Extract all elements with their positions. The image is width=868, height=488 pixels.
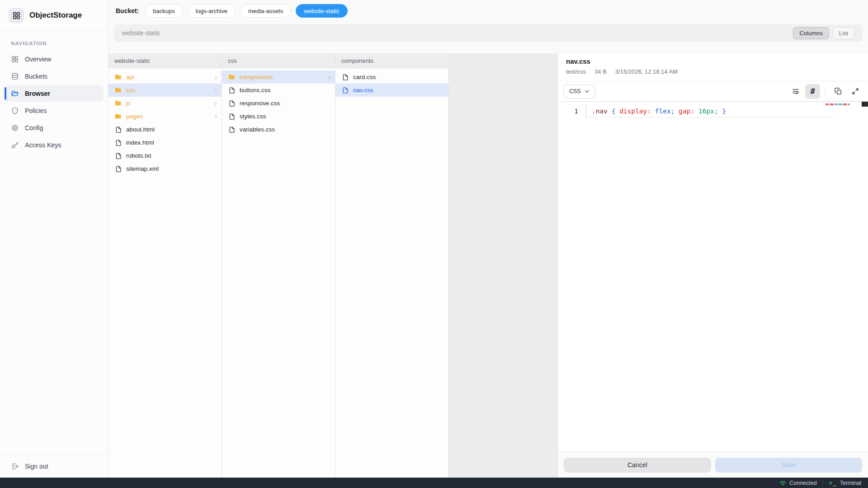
file-row-nav-css[interactable]: nav.css [335,84,448,97]
code-token: flex; [655,108,679,115]
app-title: ObjectStorage [29,11,82,20]
file-row-index-html[interactable]: index.html [108,136,222,149]
chevron-right-icon: › [215,74,217,81]
word-wrap-button[interactable] [788,84,803,99]
code-token: 16px; [698,108,722,115]
minimap-mark [839,103,842,105]
sidebar-item-policies[interactable]: Policies [5,103,104,119]
code-line: 1 .nav { display: flex; gap: 16px; } [558,102,868,117]
file-row-responsive-css[interactable]: responsive.css [222,97,335,110]
file-row-robots-txt[interactable]: robots.txt [108,149,222,162]
file-title: nav.css [566,57,860,65]
code-token [694,108,698,115]
file-row-variables-css[interactable]: variables.css [222,123,335,136]
minimap [826,103,850,105]
bucket-pill-media-assets[interactable]: media-assets [240,4,291,18]
row-label: card.css [353,74,376,80]
column-body: components›buttons.cssresponsive.cssstyl… [222,68,335,136]
bucket-pill-website-static[interactable]: website-static [296,4,348,18]
sidebar-item-overview[interactable]: Overview [5,51,104,67]
file-row-sitemap-xml[interactable]: sitemap.xml [108,162,222,175]
file-row-card-css[interactable]: card.css [335,70,448,84]
file-row-buttons-css[interactable]: buttons.css [222,84,335,97]
app-logo: ObjectStorage [0,0,108,31]
breadcrumb-bar: website-static Columns List [114,24,863,42]
file-icon [114,126,122,133]
sidebar-item-label: Config [25,124,43,131]
shield-icon [11,107,19,115]
editor-scrollbar-thumb[interactable] [862,102,868,107]
file-icon [341,86,349,94]
file-row-about-html[interactable]: about.html [108,123,222,136]
file-icon [114,152,122,160]
cancel-button[interactable]: Cancel [564,458,711,473]
sidebar-spacer [0,154,108,455]
copy-button[interactable] [830,84,845,99]
nav-section-label: NAVIGATION [0,31,108,50]
copy-icon [834,87,842,95]
word-wrap-icon [792,87,800,95]
file-mime: text/css [566,68,586,75]
sidebar-item-buckets[interactable]: Buckets [5,68,104,84]
folder-row-components[interactable]: components› [222,70,335,84]
status-bar: Connected >_ Terminal [0,478,868,488]
terminal-label: Terminal [840,480,861,486]
sign-out-button[interactable]: Sign out [0,455,108,478]
row-label: css [126,87,135,94]
line-numbers-button[interactable]: # [805,84,820,99]
file-row-styles-css[interactable]: styles.css [222,110,335,123]
code-editor[interactable]: 1 .nav { display: flex; gap: 16px; } [558,102,868,452]
status-divider [823,480,823,486]
editor-footer: Cancel Save [558,452,868,478]
row-label: components [240,74,273,80]
sidebar-item-access-keys[interactable]: Access Keys [5,137,104,153]
folder-icon [228,73,236,81]
file-modified: 3/15/2026, 12:18:14 AM [615,68,678,75]
column-body: api›css›js›pages›about.htmlindex.htmlrob… [108,68,222,175]
view-columns-button[interactable]: Columns [793,27,829,39]
sidebar-item-browser[interactable]: Browser [5,85,104,102]
column-website-static: website-staticapi›css›js›pages›about.htm… [108,53,222,478]
row-label: robots.txt [126,152,151,159]
wifi-icon [779,480,786,486]
file-detail-panel: nav.css text/css 34 B 3/15/2026, 12:18:1… [557,53,868,478]
view-list-button[interactable]: List [833,27,854,39]
main-row: ObjectStorage NAVIGATION OverviewBuckets… [0,0,868,478]
connection-status-label: Connected [789,480,816,486]
connection-status: Connected [779,480,816,486]
file-icon [341,73,349,81]
content-row: website-staticapi›css›js›pages›about.htm… [108,53,868,478]
file-icon [228,99,236,107]
folder-row-css[interactable]: css› [108,84,222,97]
row-label: api [126,74,134,80]
breadcrumb: website-static [122,29,789,37]
bucket-pill-backups[interactable]: backups [145,4,183,18]
column-css: csscomponents›buttons.cssresponsive.csss… [222,53,335,478]
database-icon [11,72,19,80]
language-select[interactable]: CSS [563,84,595,99]
row-label: sitemap.xml [126,165,159,172]
save-button[interactable]: Save [715,458,863,473]
row-label: about.html [126,126,155,133]
sign-out-icon [11,462,19,470]
chevron-down-icon [585,89,590,94]
code-token: display: [619,108,651,115]
folder-open-icon [11,89,19,98]
miller-columns: website-staticapi›css›js›pages›about.htm… [108,53,557,478]
file-meta: text/css 34 B 3/15/2026, 12:18:14 AM [566,68,860,75]
folder-row-pages[interactable]: pages› [108,110,222,123]
minimap-mark [848,103,850,105]
minimap-mark [835,103,838,105]
folder-row-js[interactable]: js› [108,97,222,110]
app-root: ObjectStorage NAVIGATION OverviewBuckets… [0,0,868,488]
main-area: Bucket: backupslogs-archivemedia-assetsw… [108,0,868,478]
folder-row-api[interactable]: api› [108,70,222,84]
expand-button[interactable] [848,84,863,99]
editor-toolbar: CSS [558,81,868,102]
bucket-pill-logs-archive[interactable]: logs-archive [188,4,236,18]
chevron-right-icon: › [215,113,217,120]
chevron-right-icon: › [215,87,217,94]
terminal-toggle[interactable]: >_ Terminal [829,479,861,486]
sidebar-item-config[interactable]: Config [5,120,104,136]
app-logo-icon [9,8,24,23]
